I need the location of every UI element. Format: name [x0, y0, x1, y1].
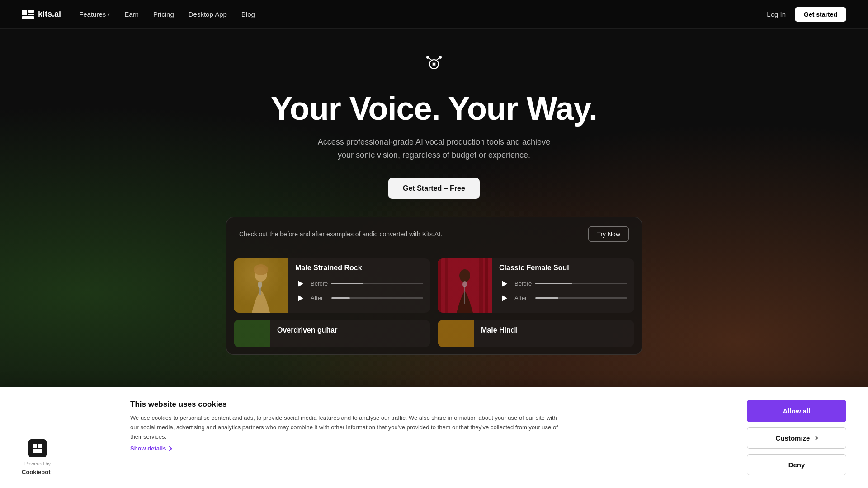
- audio-track-after-1[interactable]: [331, 297, 423, 299]
- show-details-chevron-icon: [167, 446, 172, 451]
- svg-rect-1: [28, 10, 34, 13]
- customize-button[interactable]: Customize: [747, 427, 846, 449]
- demo-card-image-male-rock: [234, 258, 288, 313]
- svg-point-21: [459, 269, 470, 282]
- demo-card-image-hindi: [438, 320, 474, 347]
- svg-rect-3: [22, 16, 34, 19]
- demo-card-title-guitar: Overdriven guitar: [277, 326, 423, 334]
- svg-rect-2: [28, 14, 34, 15]
- play-after-male-rock[interactable]: [295, 293, 306, 304]
- svg-rect-20: [479, 258, 483, 313]
- audio-track-fill-before-2: [535, 283, 572, 284]
- svg-point-8: [439, 56, 442, 59]
- logo[interactable]: kits.ai: [22, 9, 61, 19]
- play-icon-3: [502, 281, 507, 287]
- show-details-link[interactable]: Show details: [130, 445, 171, 452]
- try-now-button[interactable]: Try Now: [588, 226, 629, 242]
- demo-card-guitar: Overdriven guitar: [234, 320, 430, 347]
- audio-track-fill-after-1: [331, 297, 350, 299]
- after-label-2: After: [514, 295, 531, 301]
- nav-earn[interactable]: Earn: [124, 10, 139, 18]
- svg-rect-28: [38, 446, 42, 448]
- svg-rect-17: [438, 258, 441, 313]
- before-label-2: Before: [514, 280, 531, 287]
- svg-point-13: [254, 264, 268, 275]
- after-label-1: After: [311, 295, 327, 301]
- get-started-hero-button[interactable]: Get Started – Free: [388, 178, 480, 199]
- svg-rect-14: [259, 286, 261, 295]
- audio-track-before-1[interactable]: [331, 283, 423, 284]
- nav-desktop-app[interactable]: Desktop App: [189, 10, 227, 18]
- nav-links: Features ▾ Earn Pricing Desktop App Blog: [79, 10, 255, 18]
- play-before-male-rock[interactable]: [295, 278, 306, 289]
- demo-header-text: Check out the before and after examples …: [239, 230, 442, 238]
- cookie-title: This website uses cookies: [130, 400, 720, 409]
- cookie-middle: This website uses cookies We use cookies…: [130, 400, 720, 475]
- demo-container: Check out the before and after examples …: [226, 217, 642, 355]
- login-button[interactable]: Log In: [767, 10, 786, 18]
- svg-point-12: [255, 267, 267, 282]
- get-started-nav-button[interactable]: Get started: [795, 7, 846, 22]
- play-icon: [298, 281, 303, 287]
- play-after-female-soul[interactable]: [499, 293, 510, 304]
- audio-track-before-2[interactable]: [535, 283, 627, 284]
- demo-card-content-male-rock: Male Strained Rock Before After: [295, 258, 430, 313]
- demo-card-title-hindi: Male Hindi: [481, 326, 627, 334]
- svg-rect-24: [234, 320, 270, 347]
- deny-button[interactable]: Deny: [747, 454, 846, 475]
- audio-track-fill-after-2: [535, 297, 558, 299]
- allow-all-button[interactable]: Allow all: [747, 400, 846, 422]
- demo-card-hindi: Male Hindi: [438, 320, 634, 347]
- demo-header: Check out the before and after examples …: [226, 217, 642, 251]
- hero-title: Your Voice. Your Way.: [271, 91, 597, 127]
- cookiebot-icon: [28, 439, 47, 457]
- navbar: kits.ai Features ▾ Earn Pricing Desktop …: [0, 0, 868, 29]
- customize-chevron-icon: [814, 436, 818, 441]
- nav-pricing[interactable]: Pricing: [153, 10, 174, 18]
- demo-card-female-soul: Classic Female Soul Before After: [438, 258, 634, 313]
- svg-rect-19: [485, 258, 488, 313]
- audio-row-before-male-rock: Before: [295, 278, 423, 289]
- demo-card-title-male-rock: Male Strained Rock: [295, 264, 423, 272]
- demo-card-content-hindi: Male Hindi: [481, 321, 634, 346]
- demo-card-title-female-soul: Classic Female Soul: [499, 264, 627, 272]
- nav-features[interactable]: Features ▾: [79, 10, 110, 18]
- svg-rect-25: [438, 320, 474, 347]
- audio-row-after-female-soul: After: [499, 293, 627, 304]
- audio-track-after-2[interactable]: [535, 297, 627, 299]
- demo-card-male-rock: Male Strained Rock Before After: [234, 258, 430, 313]
- svg-rect-26: [33, 444, 37, 448]
- cookie-banner: Powered by Cookiebot This website uses c…: [0, 387, 868, 488]
- svg-point-7: [426, 56, 429, 59]
- nav-left: kits.ai Features ▾ Earn Pricing Desktop …: [22, 9, 255, 19]
- demo-grid: Male Strained Rock Before After: [226, 251, 642, 354]
- svg-rect-18: [445, 258, 448, 313]
- svg-point-23: [462, 281, 467, 287]
- svg-text:Cookiebot: Cookiebot: [22, 469, 51, 475]
- cookie-buttons: Allow all Customize Deny: [747, 400, 846, 475]
- hero-section: Your Voice. Your Way. Access professiona…: [0, 29, 868, 199]
- demo-card-image-female-soul: [438, 258, 492, 313]
- cookie-body: We use cookies to personalise content an…: [130, 413, 564, 441]
- demo-card-content-guitar: Overdriven guitar: [277, 321, 430, 346]
- svg-point-10: [433, 63, 435, 66]
- nav-blog[interactable]: Blog: [241, 10, 255, 18]
- before-label-1: Before: [311, 280, 327, 287]
- svg-line-6: [436, 58, 439, 61]
- hero-subtitle: Access professional-grade AI vocal produ…: [316, 136, 552, 162]
- demo-card-content-female-soul: Classic Female Soul Before After: [499, 258, 634, 313]
- play-before-female-soul[interactable]: [499, 278, 510, 289]
- svg-rect-27: [38, 444, 42, 446]
- play-icon-4: [502, 295, 507, 301]
- logo-text: kits.ai: [38, 9, 61, 19]
- demo-card-image-guitar: [234, 320, 270, 347]
- svg-rect-11: [234, 258, 288, 313]
- play-icon-2: [298, 295, 303, 301]
- svg-rect-0: [22, 10, 27, 15]
- chevron-down-icon: ▾: [108, 12, 110, 17]
- audio-track-fill-before-1: [331, 283, 363, 284]
- logo-icon: [22, 10, 34, 19]
- svg-rect-29: [33, 449, 42, 453]
- audio-row-after-male-rock: After: [295, 293, 423, 304]
- audio-row-before-female-soul: Before: [499, 278, 627, 289]
